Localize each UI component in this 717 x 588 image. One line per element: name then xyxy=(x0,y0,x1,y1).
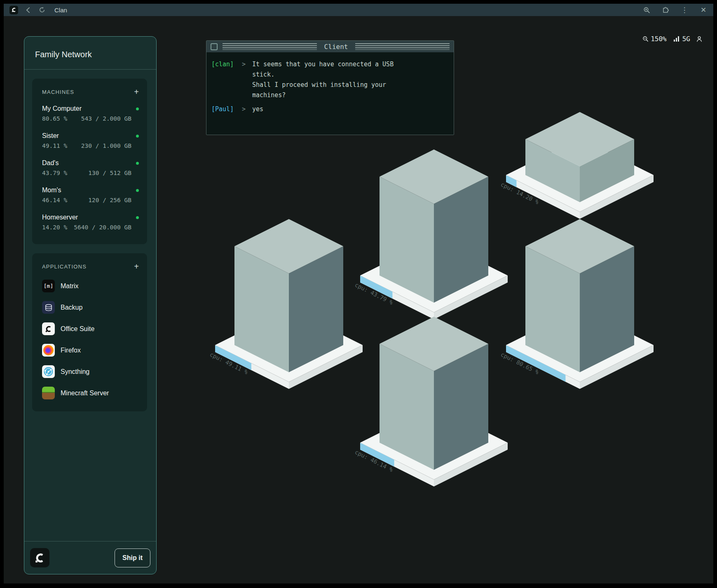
clan-logo-icon xyxy=(30,548,49,567)
machine-cpu: 43.79 % xyxy=(42,170,67,176)
status-indicators: 150% 5G xyxy=(642,35,703,43)
machine-status-dot xyxy=(136,135,139,138)
application-row[interactable]: Syncthing xyxy=(42,365,139,378)
machine-name: Dad's xyxy=(42,159,59,167)
machine-row[interactable]: Dad's43.79 %130 / 512 GB xyxy=(42,159,139,176)
application-row[interactable]: Backup xyxy=(42,301,139,314)
application-row[interactable]: Minecraft Server xyxy=(42,387,139,399)
machine-name: Mom's xyxy=(42,187,61,194)
machine-storage: 120 / 256 GB xyxy=(88,197,131,203)
machine-storage: 5640 / 20.000 GB xyxy=(74,224,131,231)
backup-icon xyxy=(42,301,55,314)
message-arrow: > xyxy=(235,104,252,114)
titlebar-stripes-left xyxy=(223,43,317,50)
machine-cube-my-computer[interactable]: cpu: 80.65 % xyxy=(506,219,654,389)
application-row[interactable]: [m]Matrix xyxy=(42,280,139,292)
zoom-icon[interactable] xyxy=(642,6,651,14)
back-icon[interactable] xyxy=(24,6,32,14)
close-icon[interactable]: ✕ xyxy=(699,6,708,14)
machine-status-dot xyxy=(136,107,139,110)
syncthing-icon xyxy=(42,365,55,378)
machine-cpu: 14.20 % xyxy=(42,224,67,231)
app-window: Clan ⋮ ✕ 150% xyxy=(4,4,713,583)
machine-row[interactable]: Sister49.11 %230 / 1.000 GB xyxy=(42,132,139,149)
machine-cube-sister[interactable]: cpu: 49.11 % xyxy=(215,219,363,389)
machines-header: MACHINES xyxy=(42,89,74,95)
application-row[interactable]: Firefox xyxy=(42,344,139,357)
terminal-title: Client xyxy=(322,43,351,51)
refresh-icon[interactable] xyxy=(38,6,46,14)
machine-status-dot xyxy=(136,189,139,192)
machine-cube-dad-s[interactable]: cpu: 43.79 % xyxy=(360,149,508,320)
terminal-message: [Paul]>yes xyxy=(211,104,449,114)
machine-status-dot xyxy=(136,162,139,165)
titlebar-stripes-right xyxy=(355,43,450,50)
message-arrow: > xyxy=(235,59,252,100)
message-text: yes xyxy=(252,104,263,114)
application-name: Office Suite xyxy=(61,325,94,333)
applications-panel: APPLICATIONS + [m]MatrixBackupOffice Sui… xyxy=(32,253,147,411)
application-name: Syncthing xyxy=(61,368,89,376)
machine-cube-mom-s[interactable]: cpu: 46.14 % xyxy=(360,317,508,487)
machines-panel: MACHINES + My Computer80.65 %543 / 2.000… xyxy=(32,79,147,244)
sidebar-footer: Ship it xyxy=(24,541,156,574)
sidebar-title: Family Network xyxy=(24,37,156,69)
signal-bars-icon xyxy=(673,36,680,42)
terminal-titlebar[interactable]: Client xyxy=(206,41,454,53)
machine-name: Homeserver xyxy=(42,214,78,221)
machine-row[interactable]: Homeserver14.20 %5640 / 20.000 GB xyxy=(42,214,139,231)
menu-icon[interactable]: ⋮ xyxy=(680,6,689,14)
application-name: Backup xyxy=(61,304,82,311)
network-label: 5G xyxy=(682,35,690,43)
zoom-level: 150% xyxy=(651,35,667,43)
office-suite-icon xyxy=(42,322,55,335)
add-application-button[interactable]: + xyxy=(134,262,139,271)
matrix-icon: [m] xyxy=(42,280,55,292)
page-title: Clan xyxy=(54,7,67,14)
machine-storage: 230 / 1.000 GB xyxy=(81,142,131,149)
terminal-message: [clan]>It seems that you have connected … xyxy=(211,59,449,100)
application-name: Minecraft Server xyxy=(61,390,109,397)
application-row[interactable]: Office Suite xyxy=(42,322,139,335)
client-terminal-window: Client [clan]>It seems that you have con… xyxy=(206,40,454,135)
extensions-icon[interactable] xyxy=(661,6,670,14)
magnifier-icon xyxy=(642,36,649,42)
applications-header: APPLICATIONS xyxy=(42,264,87,270)
machine-storage: 130 / 512 GB xyxy=(88,170,131,176)
machine-name: Sister xyxy=(42,132,59,140)
machine-status-dot xyxy=(136,216,139,219)
application-name: Firefox xyxy=(61,347,81,354)
divider xyxy=(24,69,156,70)
message-speaker: [clan] xyxy=(211,59,235,100)
titlebar: Clan ⋮ ✕ xyxy=(4,4,713,16)
sidebar: Family Network MACHINES + My Computer80.… xyxy=(24,36,157,574)
machine-cpu: 46.14 % xyxy=(42,197,67,203)
clan-logo-icon xyxy=(9,6,18,14)
terminal-body: [clan]>It seems that you have connected … xyxy=(206,53,454,125)
machine-cpu: 49.11 % xyxy=(42,142,67,149)
add-machine-button[interactable]: + xyxy=(134,88,139,96)
machine-name: My Computer xyxy=(42,105,82,112)
user-icon xyxy=(696,36,703,42)
ship-it-button[interactable]: Ship it xyxy=(115,548,150,567)
application-name: Matrix xyxy=(61,282,79,290)
machine-row[interactable]: Mom's46.14 %120 / 256 GB xyxy=(42,187,139,203)
machine-cube-homeserver[interactable]: cpu: 14.20 % xyxy=(506,112,654,219)
machine-cpu: 80.65 % xyxy=(42,115,67,122)
machine-row[interactable]: My Computer80.65 %543 / 2.000 GB xyxy=(42,105,139,122)
terminal-window-button[interactable] xyxy=(211,43,218,50)
message-speaker: [Paul] xyxy=(211,104,235,114)
firefox-icon xyxy=(42,344,55,357)
message-text: It seems that you have connected a USBst… xyxy=(252,59,394,100)
machine-storage: 543 / 2.000 GB xyxy=(81,115,131,122)
minecraft-icon xyxy=(42,387,55,399)
